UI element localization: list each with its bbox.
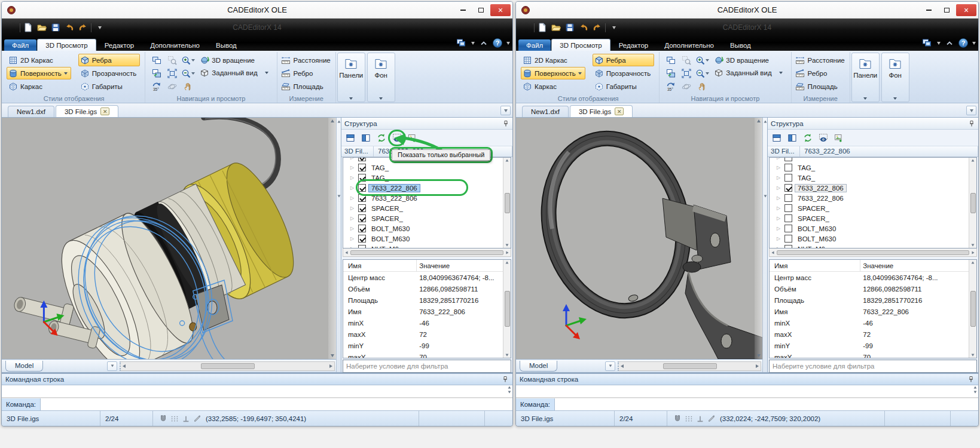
tree-item[interactable]: ▷ TAG_ <box>343 162 511 173</box>
tree-item[interactable]: ▷ 7633_222_806 <box>343 193 511 203</box>
viewport-3d[interactable]: Model <box>516 118 762 372</box>
named-view-button[interactable]: Заданный вид <box>712 66 786 79</box>
3d-view-tab[interactable]: 3D Просмотр <box>551 39 610 51</box>
qat-customize-button[interactable] <box>93 22 105 33</box>
transparency-button[interactable]: Прозрачность <box>78 67 141 79</box>
expand-arrow-icon[interactable]: ▷ <box>350 216 355 221</box>
pan-hand-button[interactable] <box>180 80 196 93</box>
model-space-tab[interactable]: Model <box>5 361 43 372</box>
pin-icon[interactable] <box>502 376 509 383</box>
named-view-button[interactable]: Заданный вид <box>198 66 271 79</box>
undo-button[interactable] <box>63 22 75 33</box>
file-tab[interactable]: Файл <box>4 39 36 51</box>
tree-scrollbar[interactable] <box>503 158 511 248</box>
refresh-button[interactable] <box>801 131 814 145</box>
expand-arrow-icon[interactable]: ▷ <box>350 205 355 211</box>
dimensions-button[interactable]: Габариты <box>593 80 655 93</box>
help-button[interactable]: ? <box>493 38 502 48</box>
collapse-down-icon[interactable] <box>764 195 767 198</box>
scrollbar-thumb[interactable] <box>350 250 503 255</box>
tree-column-file[interactable]: 3D Fil... <box>768 146 800 157</box>
column-value[interactable]: Значение <box>417 262 511 269</box>
expand-arrow-icon[interactable]: ▷ <box>777 165 781 170</box>
undo-button[interactable] <box>578 22 590 33</box>
tree-item[interactable]: ▷ SPACER_ <box>770 203 976 213</box>
visibility-checkbox[interactable] <box>784 235 792 243</box>
filter-input[interactable] <box>769 360 977 373</box>
minimize-button[interactable] <box>454 4 472 16</box>
column-value[interactable]: Значение <box>860 262 976 269</box>
file-tab[interactable]: Файл <box>518 39 551 51</box>
viewport-scrollbar-horizontal[interactable] <box>120 361 335 371</box>
zoom-in-button[interactable] <box>694 54 710 67</box>
close-document-icon[interactable]: ✕ <box>615 108 624 115</box>
filter-input[interactable] <box>343 360 511 373</box>
tree-item[interactable]: ▷ 7633_222_806 <box>770 183 976 193</box>
visibility-checkbox[interactable] <box>784 184 792 192</box>
rotate-35-button[interactable] <box>663 80 679 93</box>
properties-scrollbar[interactable] <box>969 260 976 358</box>
expand-arrow-icon[interactable]: ▷ <box>350 185 355 191</box>
expand-arrow-icon[interactable]: ▷ <box>350 175 355 180</box>
visibility-checkbox[interactable] <box>358 157 366 161</box>
tree-column-file[interactable]: 3D Fil... <box>341 146 374 157</box>
viewport-scrollbar-vertical[interactable] <box>328 118 336 359</box>
orbit-button[interactable] <box>164 80 180 93</box>
visibility-checkbox[interactable] <box>358 204 366 212</box>
tree-item[interactable]: ▷ SPACER_ <box>343 213 511 223</box>
visibility-checkbox[interactable] <box>784 174 792 182</box>
maximize-button[interactable] <box>472 4 490 16</box>
tree-item[interactable]: ▷ 7633_222_806 <box>343 183 511 193</box>
chevron-down-icon[interactable] <box>471 42 475 45</box>
scroll-up-icon[interactable] <box>757 119 761 122</box>
redo-button[interactable] <box>591 22 603 33</box>
collapse-ribbon-button[interactable] <box>944 37 955 49</box>
area-button[interactable]: Площадь <box>795 80 845 93</box>
3d-file-igs-tab[interactable]: 3D File.igs ✕ <box>570 105 633 117</box>
qat-customize-button[interactable] <box>607 22 619 33</box>
expand-arrow-icon[interactable]: ▷ <box>777 185 781 191</box>
zoom-extents-button[interactable] <box>164 67 180 80</box>
open-button[interactable] <box>36 22 48 33</box>
viewports-button[interactable] <box>663 54 679 67</box>
tree-item[interactable]: ▷ TAG_ <box>343 173 511 183</box>
wireframe-button[interactable]: Каркас <box>521 80 585 93</box>
tree-scrollbar-horizontal[interactable] <box>769 248 977 257</box>
edges-button[interactable]: Ребра <box>593 54 655 66</box>
split-horizontal-button[interactable] <box>344 131 357 145</box>
history-scrollbar[interactable] <box>973 386 977 394</box>
scroll-left-icon[interactable] <box>123 364 126 368</box>
collapse-ribbon-button[interactable] <box>478 37 490 49</box>
scrollbar-thumb[interactable] <box>505 193 510 213</box>
show-selected-only-button[interactable] <box>817 131 830 145</box>
open-button[interactable] <box>550 22 562 33</box>
3d-rotation-button[interactable]: 3D вращение <box>198 54 271 66</box>
tree-item[interactable]: ▷ NUT_M6 <box>343 244 511 248</box>
redo-button[interactable] <box>77 22 89 33</box>
close-button[interactable]: × <box>490 4 511 16</box>
export-image-button[interactable] <box>406 131 419 145</box>
editor-tab[interactable]: Редактор <box>97 39 142 51</box>
panel-splitter[interactable] <box>336 118 341 372</box>
snap-grid-icon[interactable] <box>685 415 693 423</box>
split-horizontal-button[interactable] <box>770 131 783 145</box>
draw-style-icon[interactable] <box>707 415 716 423</box>
tree-item[interactable]: ▷ TAG_ <box>770 173 976 183</box>
wireframe-button[interactable]: Каркас <box>7 80 71 93</box>
expand-arrow-icon[interactable]: ▷ <box>777 226 781 231</box>
scroll-down-icon[interactable] <box>331 354 334 357</box>
pin-icon[interactable] <box>967 376 975 383</box>
refresh-button[interactable] <box>375 131 388 145</box>
expand-arrow-icon[interactable]: ▷ <box>350 157 355 160</box>
collapse-button[interactable] <box>605 361 615 371</box>
scrollbar-thumb[interactable] <box>505 291 510 327</box>
expand-arrow-icon[interactable]: ▷ <box>777 157 781 160</box>
visibility-checkbox[interactable] <box>784 194 792 202</box>
close-button[interactable]: × <box>956 4 976 16</box>
chevron-down-icon[interactable] <box>972 42 976 45</box>
expand-arrow-icon[interactable]: ▷ <box>777 175 781 180</box>
tree-scrollbar-horizontal[interactable] <box>343 248 511 257</box>
scroll-up-icon[interactable] <box>331 119 334 122</box>
model-space-tab[interactable]: Model <box>520 361 557 372</box>
command-history[interactable] <box>516 385 978 398</box>
